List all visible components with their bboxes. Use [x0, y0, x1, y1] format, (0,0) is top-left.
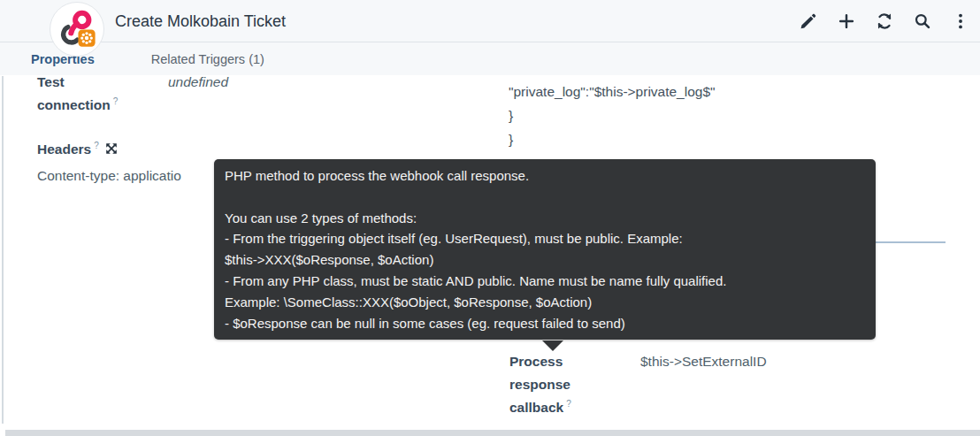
object-class-logo [50, 2, 104, 57]
webhook-logo-icon [57, 9, 97, 50]
expand-arrows-icon[interactable] [105, 142, 118, 158]
help-question-icon[interactable]: ? [94, 141, 99, 150]
payload-line: } [509, 127, 716, 151]
panel-left-border [2, 76, 4, 424]
field-value-headers: Content-type: applicatio [37, 164, 181, 187]
field-label-text: Headers [37, 142, 91, 157]
field-label-process-response-callback: Process response callback? [509, 350, 598, 419]
payload-preview: "private_log":"$this->private_log$" } } [509, 80, 716, 151]
field-label-test-connection: Test connection? [37, 71, 134, 117]
refresh-icon[interactable] [874, 11, 895, 32]
field-label-headers: Headers? [37, 138, 179, 161]
field-label-text: Test connection [37, 74, 111, 112]
payload-line: } [509, 103, 716, 127]
header-action-toolbar [798, 0, 971, 42]
horizontal-scrollbar[interactable] [5, 430, 980, 436]
page-title: Create Molkobain Ticket [115, 0, 286, 42]
help-question-icon[interactable]: ? [566, 399, 571, 409]
help-question-icon[interactable]: ? [113, 96, 119, 106]
add-icon[interactable] [836, 11, 857, 32]
tooltip-arrow [542, 340, 563, 351]
payload-line: "private_log":"$this->private_log$" [509, 80, 716, 103]
app-window: Test connection? undefined Headers? Cont… [0, 0, 980, 436]
field-value-process-response-callback: $this->SetExternalID [640, 350, 767, 373]
search-icon[interactable] [912, 11, 933, 32]
field-label-text: Process response callback [509, 354, 570, 415]
tab-bar: Properties Related Triggers (1) [0, 42, 980, 75]
more-menu-icon[interactable] [950, 11, 971, 32]
edit-icon[interactable] [798, 11, 819, 32]
help-tooltip: PHP method to process the webhook call r… [214, 159, 876, 340]
tab-related-triggers[interactable]: Related Triggers (1) [151, 52, 264, 66]
